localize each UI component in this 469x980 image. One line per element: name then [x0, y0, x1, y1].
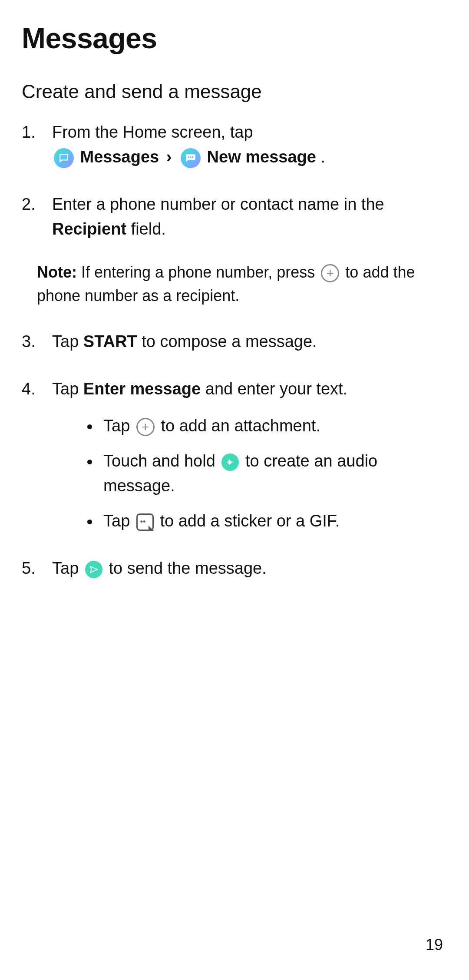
step-3-pre: Tap [52, 332, 83, 351]
step-4: Tap Enter message and enter your text. T… [22, 377, 447, 533]
sub-bullet-list: Tap + to add an attachment. Touch and ho… [52, 414, 447, 533]
start-bold: START [83, 332, 137, 351]
step-1-period: . [321, 148, 326, 166]
note-label: Note: [37, 263, 77, 281]
step-2-post: field. [126, 220, 166, 238]
document-page: Messages Create and send a message From … [0, 0, 469, 980]
step-5-pre: Tap [52, 559, 83, 577]
svg-point-1 [190, 156, 191, 158]
messages-label: Messages [80, 148, 159, 166]
send-icon [85, 561, 102, 578]
sticker-gif-icon: •• [136, 513, 154, 531]
new-message-label: New message [207, 148, 316, 166]
instruction-list: From the Home screen, tap Messages › New… [22, 120, 447, 242]
enter-message-bold: Enter message [83, 380, 201, 398]
sub-item-attachment: Tap + to add an attachment. [100, 414, 447, 438]
note-block: Note: If entering a phone number, press … [22, 261, 447, 308]
sub-a-pre: Tap [103, 417, 135, 435]
new-message-icon [181, 148, 201, 168]
chevron-right-icon: › [166, 145, 172, 169]
section-heading: Create and send a message [22, 81, 447, 103]
step-2-pre: Enter a phone number or contact name in … [52, 195, 384, 213]
step-2: Enter a phone number or contact name in … [22, 192, 447, 242]
sub-c-pre: Tap [103, 512, 135, 530]
messages-app-icon [54, 148, 74, 168]
recipient-bold: Recipient [52, 220, 126, 238]
sub-item-audio: Touch and hold to create an audio messag… [100, 449, 447, 498]
step-4-pre: Tap [52, 380, 83, 398]
add-attachment-icon: + [136, 418, 155, 436]
page-number: 19 [426, 936, 443, 954]
svg-point-2 [192, 156, 193, 158]
sub-item-sticker: Tap •• to add a sticker or a GIF. [100, 509, 447, 533]
note-pre: If entering a phone number, press [77, 263, 319, 281]
step-5: Tap to send the message. [22, 556, 447, 581]
sub-b-pre: Touch and hold [103, 452, 220, 470]
step-4-post: and enter your text. [201, 380, 347, 398]
step-3: Tap START to compose a message. [22, 329, 447, 354]
sub-a-post: to add an attachment. [156, 417, 320, 435]
audio-waveform-icon [221, 454, 239, 471]
plus-outline-icon: + [321, 264, 339, 282]
svg-point-0 [188, 156, 189, 158]
step-5-post: to send the message. [104, 559, 267, 577]
step-1-lead: From the Home screen, tap [52, 123, 253, 141]
sub-c-post: to add a sticker or a GIF. [155, 512, 340, 530]
step-3-post: to compose a message. [137, 332, 317, 351]
step-1: From the Home screen, tap Messages › New… [22, 120, 447, 169]
instruction-list-cont: Tap START to compose a message. Tap Ente… [22, 329, 447, 581]
page-title: Messages [22, 22, 447, 55]
